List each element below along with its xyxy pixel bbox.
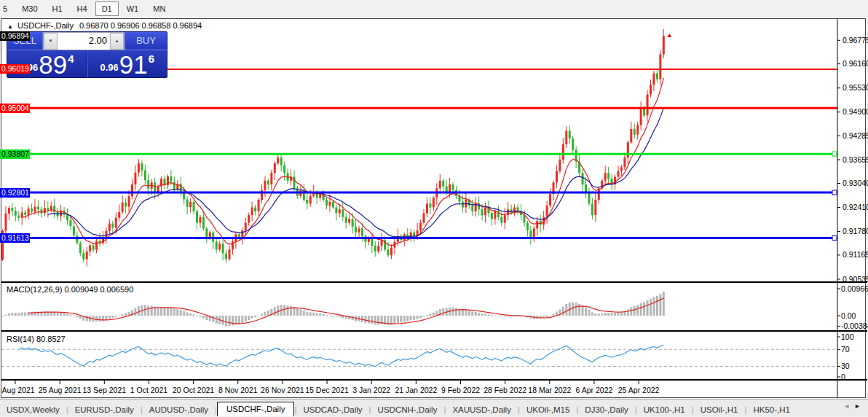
chart-title-bar: ▲USDCHF-,Daily0.96870 0.96906 0.96858 0.… (7, 21, 202, 30)
chart-tab-usdx-weekly[interactable]: USDX,Weekly (0, 402, 66, 416)
chart-tab-eurusd-daily[interactable]: EURUSD-,Daily (68, 402, 141, 416)
buy-button[interactable]: BUY (125, 32, 167, 50)
level-line-handle[interactable] (832, 235, 837, 240)
tab-scroll-left-icon[interactable]: ◄ (843, 402, 854, 410)
level-line-handle[interactable] (832, 190, 837, 195)
chart-tab-usdcad-daily[interactable]: USDCAD-,Daily (296, 402, 368, 416)
date-label: 9 Feb 2022 (441, 386, 480, 394)
tab-scroll-arrows: ◄► (843, 402, 865, 410)
buy-price-pip-digit: 6 (149, 52, 154, 65)
price-tick-label: 0.92410 (843, 203, 868, 211)
buy-price-display[interactable]: 0.96916 (87, 50, 167, 77)
one-click-trade-panel: SELL ▼ 2.00 ▲ BUY 0.96894 0.96916 (7, 31, 167, 78)
price-tick-label: 0.91165 (843, 250, 868, 259)
macd-axis-label: 0.009663 (841, 284, 868, 293)
date-label: 26 Nov 2021 (261, 386, 304, 394)
price-tick-label: 0.93655 (843, 155, 868, 164)
date-label: 1 Oct 2021 (130, 386, 167, 394)
rsi-axis-label: 70 (841, 345, 850, 354)
date-label: 15 Dec 2021 (305, 386, 349, 394)
chart-tab-uk100-h1[interactable]: UK100-,H1 (637, 402, 692, 416)
buy-price-big-digits: 91 (119, 54, 148, 76)
rsi-axis-label: 30 (841, 362, 850, 370)
macd-main-value: 0.009049 (64, 285, 98, 294)
price-tick-label: 0.93040 (843, 179, 868, 187)
date-label: 6 Apr 2022 (576, 386, 613, 394)
price-tick-label: 0.96160 (843, 59, 868, 68)
price-tick-label: 0.96775 (843, 36, 868, 44)
chart-tab-audusd-daily[interactable]: AUDUSD-,Daily (143, 402, 215, 416)
date-label: 20 Oct 2021 (173, 386, 214, 394)
price-tick-label: 0.94285 (843, 131, 868, 140)
moving-average-slow-line (48, 108, 664, 237)
price-badge-current-price: 0.96894 (0, 31, 30, 41)
buy-price-prefix: 0.96 (100, 62, 118, 73)
chart-tab-usdchf-daily[interactable]: USDCHF-,Daily (217, 402, 295, 416)
date-label: 8 Nov 2021 (218, 386, 258, 394)
volume-decrease-button[interactable]: ▼ (44, 33, 58, 50)
trading-platform-screen: 5M30H1H4D1W1MN ▲USDCHF-,Daily0.96870 0.9… (0, 0, 868, 417)
volume-input[interactable]: 2.00 (58, 33, 110, 50)
price-badge-support: 0.91613 (0, 233, 30, 243)
date-label: 25 Apr 2022 (618, 386, 660, 394)
price-badge-resistance: 0.95004 (0, 104, 30, 113)
macd-axis-label: 0.00 (841, 311, 856, 320)
chart-tab-usdcnh-daily[interactable]: USDCNH-,Daily (371, 402, 444, 416)
rsi-axis-label: 100 (841, 332, 854, 341)
macd-histogram (1, 292, 665, 326)
date-label: 21 Jan 2022 (395, 386, 437, 394)
tab-scroll-right-icon[interactable]: ► (854, 402, 865, 410)
macd-signal-line (28, 298, 663, 324)
rsi-line (19, 345, 664, 366)
collapse-arrow-icon[interactable]: ▲ (7, 23, 13, 30)
chart-tab-ukoil-m15[interactable]: UKOil-,M15 (520, 402, 576, 416)
date-label: 25 Aug 2021 (39, 386, 82, 394)
chart-tab-xauusd-daily[interactable]: XAUUSD-,Daily (446, 402, 518, 416)
price-badge-support: 0.93807 (0, 149, 30, 159)
price-tick-label: 0.94900 (843, 107, 868, 116)
price-tick-label: 0.95530 (843, 83, 868, 92)
chart-tab-usoil-h1[interactable]: USOil-,H1 (694, 402, 745, 416)
sell-price-big-digits: 89 (39, 54, 67, 76)
volume-spinner: ▼ 2.00 ▲ (43, 32, 125, 50)
chart-tab-dj30-daily[interactable]: DJ30-,Daily (578, 402, 634, 416)
price-tick-label: 0.90535 (843, 275, 868, 284)
macd-axis-label: -0.00384 (841, 321, 868, 330)
price-badge-support: 0.92801 (0, 188, 30, 198)
date-label: 13 Sep 2021 (83, 386, 127, 394)
chart-ohlc-quotes: 0.96870 0.96906 0.96858 0.96894 (79, 21, 202, 30)
level-line-handle[interactable] (832, 152, 837, 156)
price-alert-arrow-icon (667, 34, 671, 37)
date-label: 3 Jan 2022 (352, 386, 390, 394)
date-label: 28 Feb 2022 (484, 386, 526, 394)
rsi-value: 80.8527 (36, 335, 66, 343)
sell-price-pip-digit: 4 (68, 52, 74, 65)
rsi-indicator-label: RSI(14) 80.8527 (7, 335, 66, 343)
rsi-axis-label: 0 (841, 373, 845, 381)
chart-tab-bar: USDX,Weekly|EURUSD-,Daily|AUDUSD-,Daily|… (0, 399, 868, 416)
chart-symbol-label: USDCHF-,Daily (17, 21, 74, 30)
macd-indicator-label: MACD(12,26,9) 0.009049 0.006590 (7, 285, 133, 294)
date-label: 6 Aug 2021 (0, 386, 35, 394)
price-badge-resistance: 0.96019 (0, 64, 30, 74)
price-tick-label: 0.91780 (843, 227, 868, 235)
macd-signal-value: 0.006590 (100, 285, 133, 294)
chart-tab-hk50-h1[interactable]: HK50-,H1 (746, 402, 797, 416)
date-label: 18 Mar 2022 (528, 386, 571, 394)
volume-increase-button[interactable]: ▲ (110, 33, 124, 50)
